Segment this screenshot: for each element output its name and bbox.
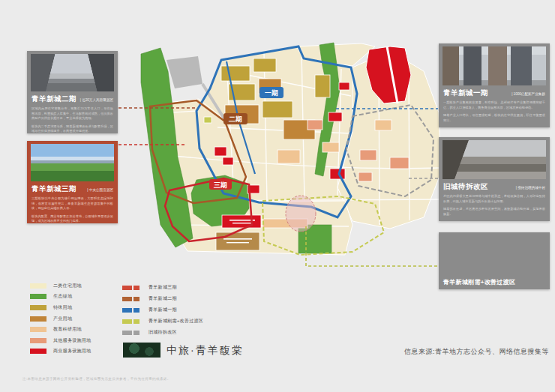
card-subtitle: | 中央公园宜居区: [87, 188, 113, 192]
card-paragraph: 区域内高层住宅密集分布，聚集近20万常住人口，居住氛围浓厚，刚需购房人群集中，生…: [32, 106, 113, 121]
legend-label: 青羊新城二期: [148, 295, 177, 302]
phase3-badge-label: 三期: [214, 181, 227, 189]
legend-row: 教育科研用地: [30, 324, 91, 335]
card-paragraph: 三期板块以中央公园为核心规划建设，大面积生态绿地环绕，低密宜居属性突出，是青羊新…: [32, 196, 113, 211]
card-paragraph: 板块内二手房流通活跃，随着新城建设推进与配套升级，区域居住价值持续提升，改善需求…: [32, 124, 113, 134]
card-title: 旧城待拆改区: [443, 182, 488, 192]
legend-swatch: [30, 294, 46, 299]
card-phase1: 青羊新城一期 | 1000亿配套产业集群 一期板块产业集聚效应显著，航空科技、总…: [439, 43, 550, 127]
card-subtitle: | 1000亿配套产业集群: [512, 92, 545, 96]
legend-label: 特殊用地: [53, 304, 72, 311]
legend-row: 青羊新城刚需+改善过渡区: [122, 316, 203, 327]
legend-label: 其他服务设施用地: [53, 337, 91, 344]
footer-disclaimer: 注:本图信息来源于网络公开资料整理，区域范围为示意仅供参考，不作为任何要约或承诺…: [22, 377, 171, 381]
phase3-photo: [31, 144, 114, 181]
legend-label: 商业服务设施用地: [53, 348, 91, 355]
legend-row: 青羊新城一期: [122, 304, 203, 316]
legend-row: 青羊新城三期: [122, 282, 203, 293]
legend-dash-swatch: [122, 286, 142, 290]
card-paragraph: 一期板块产业集聚效应显著，航空科技、总部经济等产业集群规模突破千亿，就业人口持续…: [443, 100, 545, 110]
legend-swatch: [30, 305, 46, 310]
legend-row: 其他服务设施用地: [30, 335, 91, 346]
brand-logo-image: [123, 343, 160, 358]
legend-row: 生态绿地: [30, 292, 91, 303]
card-title: 青羊新城三期: [32, 184, 76, 194]
poster-canvas: 一期 二期 三期 青羊新城二期 | 近20万人高密聚居区 区域内高层住宅密集分布…: [0, 0, 555, 392]
transition-photo: [442, 235, 546, 274]
phase2-badge-label: 二期: [229, 115, 242, 123]
legend-dash-swatch: [122, 308, 142, 313]
card-title: 青羊新城二期: [32, 94, 76, 104]
legend-label: 旧城待拆改区: [148, 329, 177, 336]
legend-label: 生态绿地: [53, 293, 72, 300]
legend-label: 青羊新城三期: [148, 284, 177, 291]
phase1-badge-label: 一期: [265, 89, 278, 97]
legend-swatch: [30, 327, 46, 332]
legend-swatch: [30, 349, 46, 354]
legend-swatch: [30, 338, 46, 343]
phase1-photo: [442, 46, 546, 85]
legend-label: 青羊新城刚需+改善过渡区: [148, 318, 203, 325]
legend-row: 特殊用地: [30, 302, 91, 313]
card-paragraph: 片区内仍保留大量老旧院落与城中村形态，基础设施薄弱，人居环境亟待改善，已纳入城市…: [443, 194, 545, 204]
legend-row: 二类住宅用地: [30, 280, 91, 292]
legend-row: 产业用地: [30, 313, 91, 325]
oldtown-photo: [442, 140, 546, 179]
legend-districts: 青羊新城三期 青羊新城二期 青羊新城一期 青羊新城刚需+改善过渡区 旧城待拆改区: [122, 282, 203, 338]
card-subtitle: | 近20万人高密聚居区: [80, 98, 113, 102]
card-subtitle: | 亟待治理的城中村: [516, 186, 545, 190]
legend-swatch: [30, 316, 46, 322]
legend-row: 青羊新城二期: [122, 293, 203, 304]
legend-label: 产业用地: [53, 316, 72, 322]
legend-label: 教育科研用地: [53, 326, 82, 333]
legend-dash-swatch: [122, 331, 142, 335]
brand-logo-text: 中旅·青羊馥棠: [166, 344, 244, 358]
card-title: 青羊新城一期: [443, 88, 488, 98]
card-paragraph: 随着产业人口增长，居住需求旺盛，板块内住宅供应紧俏，职住平衡需求突出。: [443, 113, 545, 123]
card-paragraph: 随着拆改推进，片区将逐步释放发展空间，承接新城功能外溢，实现界面焕新。: [443, 207, 545, 217]
legend-row: 商业服务设施用地: [30, 346, 91, 358]
card-oldtown: 旧城待拆改区 | 亟待治理的城中村 片区内仍保留大量老旧院落与城中村形态，基础设…: [439, 137, 550, 221]
source-note: 信息来源:青羊地方志公众号、网络信息搜集等: [404, 347, 549, 357]
legend-label: 二类住宅用地: [53, 283, 82, 289]
card-phase2: 青羊新城二期 | 近20万人高密聚居区 区域内高层住宅密集分布，聚集近20万常住…: [27, 51, 118, 133]
card-paragraph: 板块内教育、商业等配套正加速落地，公园城市界面逐步呈现，成为区域改善置业的热门选…: [32, 214, 113, 224]
legend-swatch: [30, 283, 46, 289]
legend-dash-swatch: [122, 297, 142, 301]
card-title: 青羊新城刚需+改善过渡区: [443, 278, 545, 286]
card-transition: 青羊新城刚需+改善过渡区: [439, 232, 550, 289]
legend-label: 青羊新城一期: [148, 307, 177, 313]
legend-land-use: 二类住宅用地 生态绿地 特殊用地 产业用地 教育科研用地 其他服务设施用地 商业…: [30, 280, 91, 357]
card-phase3: 青羊新城三期 | 中央公园宜居区 三期板块以中央公园为核心规划建设，大面积生态绿…: [27, 141, 118, 223]
legend-row: 旧城待拆改区: [122, 327, 203, 338]
tod-circle: [286, 196, 316, 232]
phase2-photo: [31, 54, 114, 91]
legend-dash-swatch: [122, 319, 142, 324]
